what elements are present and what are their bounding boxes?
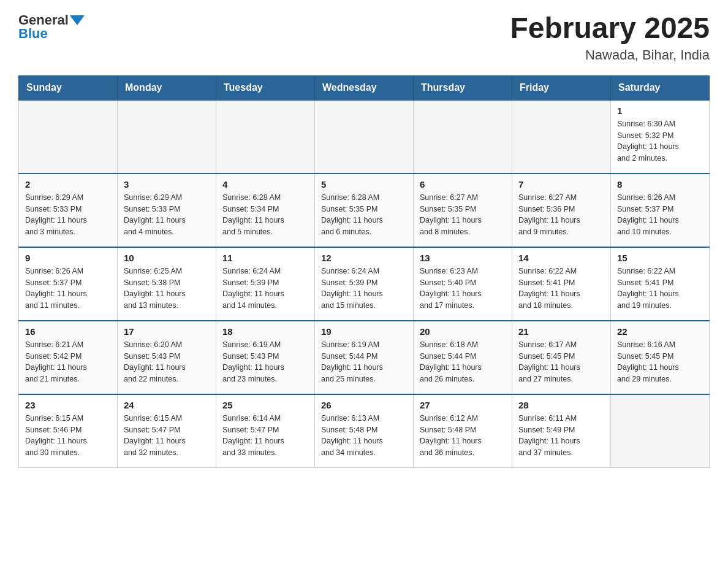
day-number: 22 [617, 326, 703, 337]
calendar-cell: 6Sunrise: 6:27 AMSunset: 5:35 PMDaylight… [414, 174, 512, 247]
weekday-header-tuesday: Tuesday [216, 75, 315, 100]
day-info: Sunrise: 6:12 AMSunset: 5:48 PMDaylight:… [420, 413, 506, 459]
day-number: 28 [518, 400, 604, 410]
day-info: Sunrise: 6:22 AMSunset: 5:41 PMDaylight:… [617, 266, 703, 312]
calendar-week-row: 1Sunrise: 6:30 AMSunset: 5:32 PMDaylight… [19, 100, 710, 174]
day-number: 27 [420, 400, 506, 410]
calendar-week-row: 9Sunrise: 6:26 AMSunset: 5:37 PMDaylight… [19, 247, 710, 321]
day-info: Sunrise: 6:17 AMSunset: 5:45 PMDaylight:… [518, 339, 604, 385]
calendar-cell [19, 100, 118, 174]
day-info: Sunrise: 6:29 AMSunset: 5:33 PMDaylight:… [25, 192, 111, 238]
calendar-cell: 23Sunrise: 6:15 AMSunset: 5:46 PMDayligh… [19, 394, 118, 468]
weekday-header-thursday: Thursday [414, 75, 512, 100]
day-number: 4 [222, 179, 308, 190]
day-number: 11 [222, 253, 308, 263]
day-number: 5 [321, 179, 407, 190]
calendar-cell: 16Sunrise: 6:21 AMSunset: 5:42 PMDayligh… [19, 321, 118, 394]
day-number: 26 [321, 400, 407, 410]
calendar-cell [315, 100, 414, 174]
weekday-header-saturday: Saturday [611, 75, 710, 100]
calendar-cell: 25Sunrise: 6:14 AMSunset: 5:47 PMDayligh… [216, 394, 315, 468]
day-info: Sunrise: 6:21 AMSunset: 5:42 PMDaylight:… [25, 339, 111, 385]
calendar-cell [216, 100, 315, 174]
day-info: Sunrise: 6:13 AMSunset: 5:48 PMDaylight:… [321, 413, 407, 459]
day-info: Sunrise: 6:19 AMSunset: 5:44 PMDaylight:… [321, 339, 407, 385]
calendar-header: SundayMondayTuesdayWednesdayThursdayFrid… [19, 75, 710, 100]
day-number: 15 [617, 253, 703, 263]
day-info: Sunrise: 6:30 AMSunset: 5:32 PMDaylight:… [617, 118, 703, 164]
day-number: 17 [124, 326, 210, 337]
day-info: Sunrise: 6:14 AMSunset: 5:47 PMDaylight:… [222, 413, 308, 459]
day-info: Sunrise: 6:25 AMSunset: 5:38 PMDaylight:… [124, 266, 210, 312]
day-number: 6 [420, 179, 506, 190]
day-number: 2 [25, 179, 111, 190]
calendar-cell: 1Sunrise: 6:30 AMSunset: 5:32 PMDaylight… [611, 100, 710, 174]
day-info: Sunrise: 6:23 AMSunset: 5:40 PMDaylight:… [420, 266, 506, 312]
day-info: Sunrise: 6:24 AMSunset: 5:39 PMDaylight:… [321, 266, 407, 312]
calendar-cell: 18Sunrise: 6:19 AMSunset: 5:43 PMDayligh… [216, 321, 315, 394]
calendar-cell: 12Sunrise: 6:24 AMSunset: 5:39 PMDayligh… [315, 247, 414, 321]
calendar-cell: 20Sunrise: 6:18 AMSunset: 5:44 PMDayligh… [414, 321, 512, 394]
logo-triangle-icon [70, 15, 85, 25]
day-info: Sunrise: 6:27 AMSunset: 5:35 PMDaylight:… [420, 192, 506, 238]
calendar-cell: 24Sunrise: 6:15 AMSunset: 5:47 PMDayligh… [118, 394, 216, 468]
day-info: Sunrise: 6:29 AMSunset: 5:33 PMDaylight:… [124, 192, 210, 238]
day-info: Sunrise: 6:18 AMSunset: 5:44 PMDaylight:… [420, 339, 506, 385]
location-subtitle: Nawada, Bihar, India [510, 47, 710, 63]
calendar-cell [414, 100, 512, 174]
day-number: 18 [222, 326, 308, 337]
day-info: Sunrise: 6:16 AMSunset: 5:45 PMDaylight:… [617, 339, 703, 385]
day-number: 24 [124, 400, 210, 410]
day-number: 10 [124, 253, 210, 263]
day-number: 12 [321, 253, 407, 263]
day-number: 19 [321, 326, 407, 337]
day-number: 16 [25, 326, 111, 337]
day-info: Sunrise: 6:19 AMSunset: 5:43 PMDaylight:… [222, 339, 308, 385]
day-info: Sunrise: 6:28 AMSunset: 5:34 PMDaylight:… [222, 192, 308, 238]
day-number: 8 [617, 179, 703, 190]
calendar-cell: 7Sunrise: 6:27 AMSunset: 5:36 PMDaylight… [512, 174, 611, 247]
day-number: 23 [25, 400, 111, 410]
calendar-cell: 28Sunrise: 6:11 AMSunset: 5:49 PMDayligh… [512, 394, 611, 468]
calendar-week-row: 23Sunrise: 6:15 AMSunset: 5:46 PMDayligh… [19, 394, 710, 468]
calendar-cell: 10Sunrise: 6:25 AMSunset: 5:38 PMDayligh… [118, 247, 216, 321]
day-number: 25 [222, 400, 308, 410]
day-number: 7 [518, 179, 604, 190]
calendar-cell: 13Sunrise: 6:23 AMSunset: 5:40 PMDayligh… [414, 247, 512, 321]
calendar-cell: 2Sunrise: 6:29 AMSunset: 5:33 PMDaylight… [19, 174, 118, 247]
day-info: Sunrise: 6:26 AMSunset: 5:37 PMDaylight:… [25, 266, 111, 312]
weekday-header-wednesday: Wednesday [315, 75, 414, 100]
calendar-body: 1Sunrise: 6:30 AMSunset: 5:32 PMDaylight… [19, 100, 710, 468]
day-info: Sunrise: 6:26 AMSunset: 5:37 PMDaylight:… [617, 192, 703, 238]
day-info: Sunrise: 6:11 AMSunset: 5:49 PMDaylight:… [518, 413, 604, 459]
calendar-cell: 15Sunrise: 6:22 AMSunset: 5:41 PMDayligh… [611, 247, 710, 321]
day-info: Sunrise: 6:15 AMSunset: 5:47 PMDaylight:… [124, 413, 210, 459]
day-number: 3 [124, 179, 210, 190]
calendar-cell: 3Sunrise: 6:29 AMSunset: 5:33 PMDaylight… [118, 174, 216, 247]
day-info: Sunrise: 6:20 AMSunset: 5:43 PMDaylight:… [124, 339, 210, 385]
calendar-cell: 19Sunrise: 6:19 AMSunset: 5:44 PMDayligh… [315, 321, 414, 394]
calendar-cell: 9Sunrise: 6:26 AMSunset: 5:37 PMDaylight… [19, 247, 118, 321]
title-block: February 2025 Nawada, Bihar, India [510, 12, 710, 63]
calendar-cell: 14Sunrise: 6:22 AMSunset: 5:41 PMDayligh… [512, 247, 611, 321]
day-number: 20 [420, 326, 506, 337]
day-number: 13 [420, 253, 506, 263]
calendar-cell: 17Sunrise: 6:20 AMSunset: 5:43 PMDayligh… [118, 321, 216, 394]
month-title: February 2025 [510, 12, 710, 45]
calendar-cell: 11Sunrise: 6:24 AMSunset: 5:39 PMDayligh… [216, 247, 315, 321]
day-info: Sunrise: 6:28 AMSunset: 5:35 PMDaylight:… [321, 192, 407, 238]
day-number: 21 [518, 326, 604, 337]
calendar-cell: 8Sunrise: 6:26 AMSunset: 5:37 PMDaylight… [611, 174, 710, 247]
day-number: 9 [25, 253, 111, 263]
calendar-cell: 4Sunrise: 6:28 AMSunset: 5:34 PMDaylight… [216, 174, 315, 247]
logo: General Blue [18, 12, 86, 42]
calendar-cell: 21Sunrise: 6:17 AMSunset: 5:45 PMDayligh… [512, 321, 611, 394]
calendar-cell: 27Sunrise: 6:12 AMSunset: 5:48 PMDayligh… [414, 394, 512, 468]
day-number: 14 [518, 253, 604, 263]
calendar-cell [512, 100, 611, 174]
day-info: Sunrise: 6:27 AMSunset: 5:36 PMDaylight:… [518, 192, 604, 238]
logo-blue-text: Blue [18, 26, 48, 41]
day-number: 1 [617, 105, 703, 116]
calendar-cell: 5Sunrise: 6:28 AMSunset: 5:35 PMDaylight… [315, 174, 414, 247]
weekday-header-friday: Friday [512, 75, 611, 100]
